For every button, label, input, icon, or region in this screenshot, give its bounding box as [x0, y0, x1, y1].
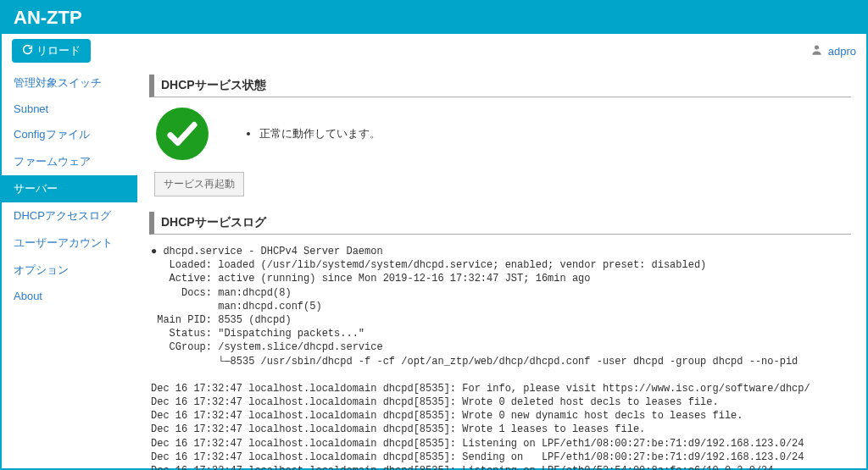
sidebar-item-6[interactable]: ユーザーアカウント [2, 229, 137, 257]
reload-icon [22, 44, 33, 58]
user-icon [810, 43, 823, 58]
svg-point-0 [815, 46, 819, 50]
sidebar-item-7[interactable]: オプション [2, 257, 137, 284]
sidebar-item-0[interactable]: 管理対象スイッチ [2, 69, 137, 97]
sidebar-item-2[interactable]: Configファイル [2, 121, 137, 148]
sidebar-item-3[interactable]: ファームウェア [2, 148, 137, 175]
user-name: adpro [828, 45, 856, 58]
status-heading: DHCPサービス状態 [149, 75, 851, 97]
reload-button[interactable]: リロード [12, 39, 91, 63]
sidebar-item-4[interactable]: サーバー [2, 175, 137, 202]
service-restart-button[interactable]: サービス再起動 [154, 172, 244, 196]
service-log: ● dhcpd.service - DHCPv4 Server Daemon L… [151, 245, 851, 470]
app-title: AN-ZTP [2, 2, 866, 34]
sidebar-item-8[interactable]: About [2, 284, 137, 308]
sidebar-item-1[interactable]: Subnet [2, 97, 137, 121]
sidebar-item-5[interactable]: DHCPアクセスログ [2, 202, 137, 229]
user-menu[interactable]: adpro [810, 43, 856, 58]
sidebar: 管理対象スイッチSubnetConfigファイルファームウェアサーバーDHCPア… [2, 68, 137, 470]
status-ok-icon [156, 108, 209, 160]
reload-label: リロード [36, 43, 81, 58]
main-content[interactable]: DHCPサービス状態 正常に動作しています。 サービス再起動 DHCPサービスロ… [137, 68, 866, 470]
status-message: 正常に動作しています。 [259, 126, 381, 141]
log-heading: DHCPサービスログ [149, 212, 851, 235]
